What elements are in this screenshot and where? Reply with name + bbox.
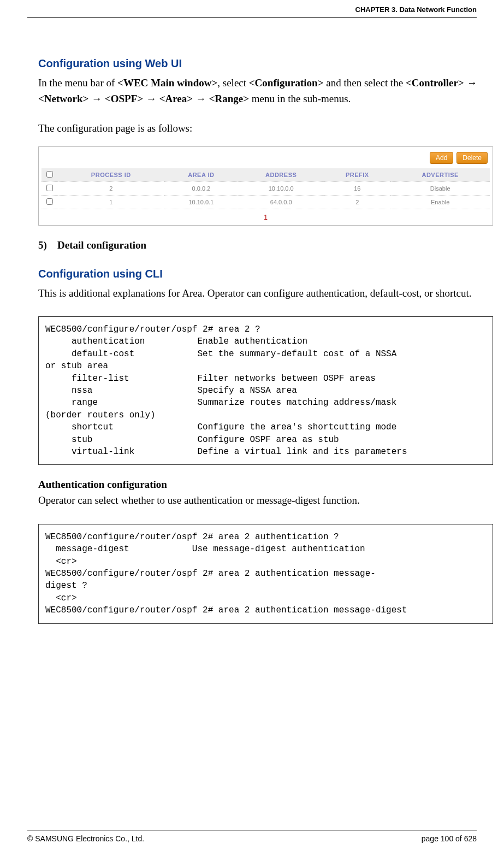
- select-all-header: [41, 168, 58, 182]
- add-button[interactable]: Add: [430, 152, 453, 164]
- bold: <Area>: [159, 93, 193, 104]
- cli-code-block-1: WEC8500/configure/router/ospf 2# area 2 …: [38, 316, 493, 465]
- section-title-cli: Configuration using CLI: [38, 268, 493, 280]
- cell-advertise: Disable: [390, 181, 490, 195]
- main-content: Configuration using Web UI In the menu b…: [38, 57, 493, 638]
- cell-process-id: 2: [58, 181, 164, 195]
- auth-paragraph: Operator can select whether to use authe…: [38, 493, 493, 509]
- header-rule: [27, 17, 477, 18]
- row-select-cell: [41, 181, 58, 195]
- table-toolbar: Add Delete: [41, 150, 490, 168]
- bold: <OSPF>: [105, 93, 143, 104]
- col-prefix: PREFIX: [324, 168, 390, 182]
- cli-paragraph: This is additional explanations for Area…: [38, 286, 493, 302]
- text: , select: [217, 77, 249, 89]
- range-data-table: PROCESS ID AREA ID ADDRESS PREFIX ADVERT…: [41, 168, 490, 209]
- delete-button[interactable]: Delete: [456, 152, 488, 164]
- col-process-id: PROCESS ID: [58, 168, 164, 182]
- chapter-header: CHAPTER 3. Data Network Function: [355, 5, 477, 14]
- cell-area-id: 0.0.0.2: [164, 181, 239, 195]
- cell-address: 64.0.0.0: [238, 195, 324, 209]
- bold: <Range>: [209, 93, 249, 104]
- cell-address: 10.10.0.0: [238, 181, 324, 195]
- bold: <Configuration>: [249, 77, 324, 89]
- col-area-id: AREA ID: [164, 168, 239, 182]
- webui-paragraph-2: The configuration page is as follows:: [38, 121, 493, 137]
- footer-page: page 100 of 628: [422, 834, 477, 843]
- cli-code-block-2: WEC8500/configure/router/ospf 2# area 2 …: [38, 524, 493, 624]
- pagination[interactable]: 1: [41, 209, 490, 222]
- row-checkbox[interactable]: [46, 185, 53, 191]
- select-all-checkbox[interactable]: [46, 171, 53, 178]
- footer-rule: [27, 830, 477, 830]
- footer-copyright: © SAMSUNG Electronics Co., Ltd.: [27, 834, 144, 843]
- webui-paragraph-1: In the menu bar of <WEC Main window>, se…: [38, 75, 493, 107]
- table-row: 1 10.10.0.1 64.0.0.0 2 Enable: [41, 195, 490, 209]
- text: menu in the sub-menus.: [249, 93, 351, 104]
- text: In the menu bar of: [38, 77, 117, 89]
- row-checkbox[interactable]: [46, 198, 53, 205]
- col-address: ADDRESS: [238, 168, 324, 182]
- col-advertise: ADVERTISE: [390, 168, 490, 182]
- cell-process-id: 1: [58, 195, 164, 209]
- heading-text: Detail configuration: [57, 239, 146, 251]
- cell-prefix: 2: [324, 195, 390, 209]
- arrow-icon: →: [464, 77, 477, 89]
- range-table-figure: Add Delete PROCESS ID AREA ID ADDRESS PR…: [38, 146, 493, 226]
- auth-config-heading: Authentication configuration: [38, 479, 493, 491]
- row-select-cell: [41, 195, 58, 209]
- table-row: 2 0.0.0.2 10.10.0.0 16 Disable: [41, 181, 490, 195]
- text: and then select the: [324, 77, 406, 89]
- detail-config-heading: 5)Detail configuration: [38, 239, 493, 251]
- cell-area-id: 10.10.0.1: [164, 195, 239, 209]
- arrow-icon: →: [88, 93, 105, 104]
- arrow-icon: →: [143, 93, 159, 104]
- cell-prefix: 16: [324, 181, 390, 195]
- heading-number: 5): [38, 239, 57, 251]
- bold: <WEC Main window>: [117, 77, 217, 89]
- section-title-webui: Configuration using Web UI: [38, 57, 493, 70]
- arrow-icon: →: [193, 93, 209, 104]
- cell-advertise: Enable: [390, 195, 490, 209]
- bold: <Controller>: [406, 77, 464, 89]
- bold: <Network>: [38, 93, 88, 104]
- table-header-row: PROCESS ID AREA ID ADDRESS PREFIX ADVERT…: [41, 168, 490, 182]
